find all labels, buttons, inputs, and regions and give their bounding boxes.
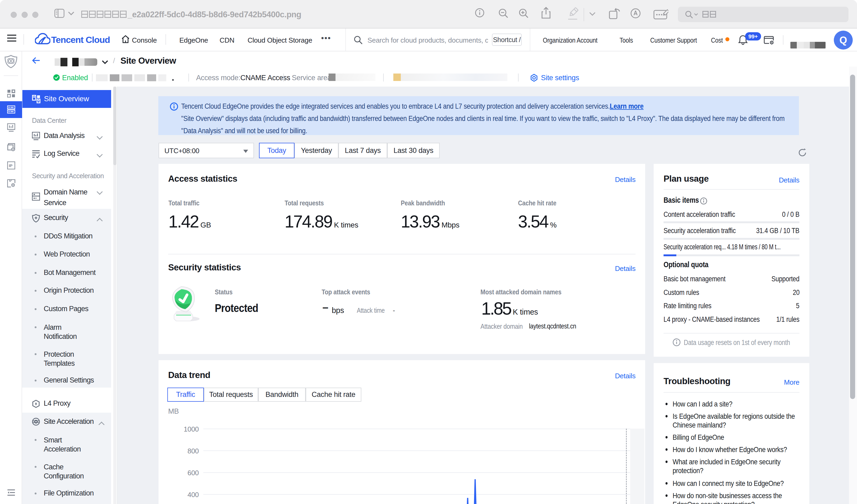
svg-text:IP: IP <box>9 163 13 168</box>
